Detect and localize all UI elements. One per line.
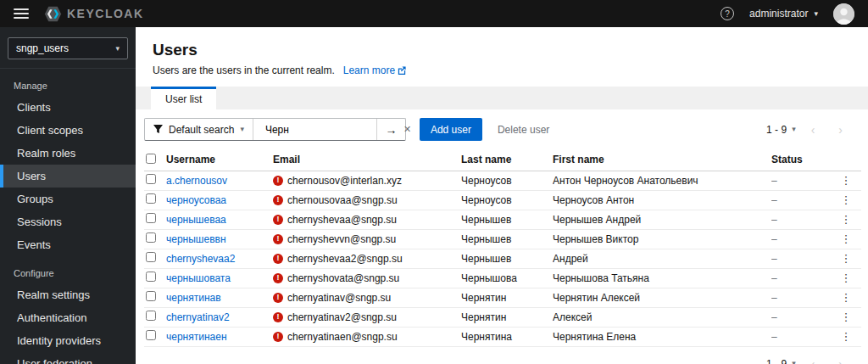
chevron-down-icon: ▾ [115,45,120,53]
email-unverified-icon: ! [273,234,283,244]
username-link[interactable]: чернятинаен [166,331,227,343]
email-text: chernyshevaa2@sngp.su [287,253,403,265]
kebab-menu-icon[interactable]: ⋮ [837,190,861,210]
kebab-menu-icon[interactable]: ⋮ [837,229,861,249]
username-link[interactable]: чернышовата [166,272,231,284]
table-row: черноусоваа ! chernousovaa@sngp.su Черно… [144,190,861,210]
user-menu[interactable]: administrator ▾ [749,8,818,20]
realm-selector-value: sngp_users [16,42,69,54]
kebab-menu-icon[interactable]: ⋮ [837,171,861,190]
email-unverified-icon: ! [273,312,283,322]
sidebar-item-users[interactable]: Users [0,165,136,188]
username-link[interactable]: chernyshevaa2 [166,253,235,265]
row-checkbox[interactable] [146,232,156,243]
last-name-cell: Чернышев [461,210,553,229]
row-checkbox[interactable] [146,291,156,301]
status-cell: – [771,268,837,288]
tab-user-list[interactable]: User list [151,87,216,109]
first-name-cell: Чернышев Андрей [553,210,771,229]
username-link[interactable]: чернышеввн [166,233,226,245]
search-submit-button[interactable]: → [376,119,405,140]
realm-selector[interactable]: sngp_users ▾ [8,37,128,59]
kebab-menu-icon[interactable]: ⋮ [837,268,861,288]
next-page-icon[interactable]: › [830,357,851,364]
email-unverified-icon: ! [273,195,283,205]
page-title: Users [153,41,851,59]
username-link[interactable]: чернятинав [166,292,221,304]
email-text: chernyatinav2@sngp.su [287,311,397,323]
arrow-right-icon: → [385,123,397,137]
first-name-cell: Чернятина Елена [553,327,771,346]
chevron-down-icon: ▾ [814,10,818,18]
kebab-menu-icon[interactable]: ⋮ [837,210,861,229]
sidebar-item-client-scopes[interactable]: Client scopes [0,119,136,142]
pagination-range-dropdown[interactable]: 1 - 9 ▾ [766,124,796,136]
sidebar-item-realm-settings[interactable]: Realm settings [0,283,136,306]
avatar[interactable] [833,3,854,25]
keycloak-logo: KEYCLOAK [44,5,144,23]
tab-strip: User list [136,87,868,109]
nav-toggle-icon[interactable] [14,8,29,19]
delete-user-button[interactable]: Delete user [498,124,549,136]
email-text: chernyshevvn@sngp.su [287,233,396,245]
chevron-down-icon: ▾ [240,126,244,133]
table-row: чернышеваа ! chernyshevaa@sngp.su Черныш… [144,210,861,229]
row-checkbox[interactable] [146,272,156,282]
kebab-menu-icon[interactable]: ⋮ [837,288,861,307]
prev-page-icon[interactable]: ‹ [803,357,824,364]
row-checkbox[interactable] [146,311,156,321]
kebab-menu-icon[interactable]: ⋮ [837,249,861,268]
sidebar-item-events[interactable]: Events [0,233,136,256]
kebab-menu-icon[interactable]: ⋮ [837,307,861,327]
pagination-range-dropdown[interactable]: 1 - 9 ▾ [766,358,796,364]
sidebar-item-identity-providers[interactable]: Identity providers [0,329,136,352]
last-name-cell: Чернятина [461,327,553,346]
status-cell: – [771,190,837,210]
add-user-button[interactable]: Add user [420,118,482,141]
status-cell: – [771,307,837,327]
email-unverified-icon: ! [273,273,283,283]
email-text: chernyshovata@sngp.su [287,272,399,284]
help-icon[interactable]: ? [721,7,734,20]
toolbar: Default search ▾ ✕ → Add user Delete use… [136,109,868,149]
row-checkbox[interactable] [146,193,156,204]
sidebar-item-realm-roles[interactable]: Realm roles [0,142,136,165]
username-link[interactable]: chernyatinav2 [166,311,230,323]
status-cell: – [771,171,837,190]
first-name-cell: Черноусов Антон [553,190,771,210]
pagination-range-label: 1 - 9 [766,124,787,136]
row-checkbox[interactable] [146,330,156,340]
last-name-cell: Черноусов [461,171,553,190]
learn-more-link[interactable]: Learn more [343,64,395,76]
table-row: chernyshevaa2 ! chernyshevaa2@sngp.su Че… [144,249,861,268]
kebab-menu-icon[interactable]: ⋮ [837,327,861,346]
select-all-checkbox[interactable] [146,154,156,164]
sidebar-item-clients[interactable]: Clients [0,96,136,119]
username-link[interactable]: a.chernousov [166,175,227,187]
search-type-dropdown[interactable]: Default search ▾ [145,119,253,140]
first-name-cell: Чернышев Виктор [553,229,771,249]
row-checkbox[interactable] [146,252,156,262]
keycloak-logo-icon [44,5,62,23]
email-text: chernyshevaa@sngp.su [287,214,397,226]
search-input-wrap: ✕ [253,119,376,140]
first-name-cell: Чернятин Алексей [553,288,771,307]
username-link[interactable]: чернышеваа [166,214,226,226]
prev-page-icon[interactable]: ‹ [803,123,824,137]
sidebar-item-groups[interactable]: Groups [0,188,136,210]
email-text: chernyatinav@sngp.su [287,292,391,304]
col-last-name: Last name [461,149,553,171]
next-page-icon[interactable]: › [830,123,851,137]
row-checkbox[interactable] [146,174,156,184]
table-row: chernyatinav2 ! chernyatinav2@sngp.su Че… [144,307,861,327]
status-cell: – [771,210,837,229]
row-checkbox[interactable] [146,213,156,223]
col-username: Username [166,149,273,171]
sidebar-item-authentication[interactable]: Authentication [0,306,136,329]
email-unverified-icon: ! [273,215,283,225]
sidebar-item-sessions[interactable]: Sessions [0,210,136,233]
first-name-cell: Антон Черноусов Анатольевич [553,171,771,190]
username-link[interactable]: черноусоваа [166,194,226,206]
email-unverified-icon: ! [273,332,283,342]
sidebar-item-user-federation[interactable]: User federation [0,352,136,364]
